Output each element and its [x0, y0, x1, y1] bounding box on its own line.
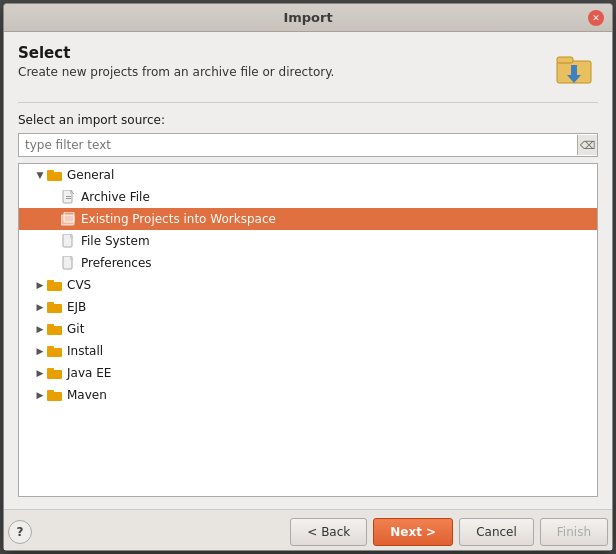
svg-rect-18: [47, 280, 54, 283]
import-dialog: Import ✕ Select Create new projects from…: [3, 3, 613, 551]
header-text: Select Create new projects from an archi…: [18, 44, 334, 79]
svg-rect-22: [47, 324, 54, 327]
tree-item-archive-file[interactable]: ▶ Archive File: [19, 186, 597, 208]
tree-item-existing-projects[interactable]: ▶ Existing Projects into Workspace: [19, 208, 597, 230]
window-title: Import: [283, 10, 332, 25]
toggle-install: ▶: [33, 344, 47, 358]
folder-icon-git: [47, 322, 63, 336]
tree-label-archive-file: Archive File: [81, 190, 150, 204]
svg-rect-9: [66, 196, 71, 197]
svg-rect-24: [47, 346, 54, 349]
toggle-maven: ▶: [33, 388, 47, 402]
toggle-java-ee: ▶: [33, 366, 47, 380]
toggle-git: ▶: [33, 322, 47, 336]
tree-label-java-ee: Java EE: [67, 366, 111, 380]
folder-icon-cvs: [47, 278, 63, 292]
page-title: Select: [18, 44, 334, 62]
folder-icon-ejb: [47, 300, 63, 314]
tree-item-general[interactable]: ▼ General: [19, 164, 597, 186]
svg-rect-23: [47, 348, 62, 357]
toggle-cvs: ▶: [33, 278, 47, 292]
svg-rect-21: [47, 326, 62, 335]
svg-rect-4: [47, 172, 62, 181]
folder-icon-general: [47, 168, 63, 182]
folder-icon-java-ee: [47, 366, 63, 380]
help-button[interactable]: ?: [8, 520, 32, 544]
page-description: Create new projects from an archive file…: [18, 65, 334, 79]
main-content: Select Create new projects from an archi…: [4, 32, 612, 505]
svg-rect-1: [557, 57, 573, 63]
tree-label-maven: Maven: [67, 388, 107, 402]
tree-label-general: General: [67, 168, 114, 182]
cancel-button[interactable]: Cancel: [459, 518, 534, 546]
tree-label-cvs: CVS: [67, 278, 91, 292]
svg-rect-2: [571, 65, 577, 75]
tree-container[interactable]: ▼ General ▶ Archive File ▶ Ex: [18, 163, 598, 497]
toggle-general: ▼: [33, 168, 47, 182]
next-button[interactable]: Next >: [373, 518, 453, 546]
source-label: Select an import source:: [18, 113, 598, 127]
svg-rect-28: [47, 390, 54, 393]
tree-item-ejb[interactable]: ▶ EJB: [19, 296, 597, 318]
tree-label-preferences: Preferences: [81, 256, 152, 270]
nav-buttons: < Back Next > Cancel Finish: [290, 518, 608, 546]
tree-item-file-system[interactable]: ▶ File System: [19, 230, 597, 252]
svg-rect-26: [47, 368, 54, 371]
svg-rect-25: [47, 370, 62, 379]
filter-row: ⌫: [18, 133, 598, 157]
tree-item-cvs[interactable]: ▶ CVS: [19, 274, 597, 296]
toggle-ejb: ▶: [33, 300, 47, 314]
tree-label-git: Git: [67, 322, 84, 336]
file-icon-existing: [61, 212, 77, 226]
tree-item-git[interactable]: ▶ Git: [19, 318, 597, 340]
titlebar: Import ✕: [4, 4, 612, 32]
tree-label-install: Install: [67, 344, 103, 358]
folder-icon-install: [47, 344, 63, 358]
button-row: ? < Back Next > Cancel Finish: [4, 509, 612, 550]
tree-item-preferences[interactable]: ▶ Preferences: [19, 252, 597, 274]
svg-rect-27: [47, 392, 62, 401]
tree-item-install[interactable]: ▶ Install: [19, 340, 597, 362]
svg-rect-17: [47, 282, 62, 291]
tree-item-maven[interactable]: ▶ Maven: [19, 384, 597, 406]
file-icon-archive: [61, 190, 77, 204]
file-icon-pref: [61, 256, 77, 270]
import-icon: [550, 44, 598, 92]
close-button[interactable]: ✕: [588, 10, 604, 26]
header-divider: [18, 102, 598, 103]
svg-rect-10: [66, 198, 71, 199]
folder-icon-maven: [47, 388, 63, 402]
svg-rect-5: [47, 170, 54, 173]
file-icon-fs: [61, 234, 77, 248]
header-section: Select Create new projects from an archi…: [18, 44, 598, 92]
finish-button[interactable]: Finish: [540, 518, 608, 546]
tree-label-ejb: EJB: [67, 300, 86, 314]
svg-rect-19: [47, 304, 62, 313]
tree-item-java-ee[interactable]: ▶ Java EE: [19, 362, 597, 384]
back-button[interactable]: < Back: [290, 518, 367, 546]
svg-rect-12: [64, 212, 74, 222]
filter-input[interactable]: [19, 138, 577, 152]
tree-label-file-system: File System: [81, 234, 150, 248]
svg-rect-20: [47, 302, 54, 305]
tree-label-existing-projects: Existing Projects into Workspace: [81, 212, 276, 226]
clear-filter-button[interactable]: ⌫: [577, 135, 597, 155]
